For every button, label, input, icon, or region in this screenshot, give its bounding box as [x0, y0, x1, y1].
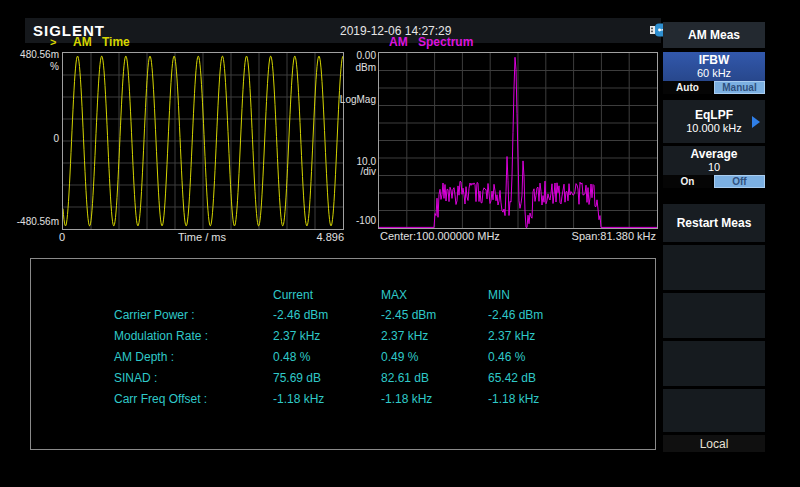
eqlpf-value: 10.000 kHz [686, 122, 742, 135]
ifbw-toggle-manual[interactable]: Manual [714, 81, 765, 94]
eqlpf-button[interactable]: EqLPF 10.000 kHz [663, 100, 765, 143]
menu-title-label: AM Meas [688, 28, 740, 42]
row-label: AM Depth : [114, 350, 174, 364]
ifbw-label: IFBW [699, 53, 730, 67]
spectrum-ref-level-label: 0.00 [336, 50, 376, 61]
spectrum-center-freq-label: Center:100.000000 MHz [380, 230, 500, 242]
softkey-blank-3 [663, 341, 765, 386]
row-label: SINAD : [114, 371, 157, 385]
spectrum-ref-unit-label: dBm [336, 62, 376, 73]
ifbw-main: IFBW 60 kHz [663, 52, 765, 81]
measurement-results-table: Current MAX MIN Carrier Power : -2.46 dB… [30, 258, 656, 450]
average-button[interactable]: Average 10 On Off [663, 146, 765, 188]
average-toggle-on[interactable]: On [663, 175, 712, 188]
col-header-min: MIN [488, 288, 510, 302]
average-toggle: On Off [663, 175, 765, 188]
row-value: -1.18 kHz [381, 392, 432, 406]
spectrum-chart-canvas [379, 53, 657, 228]
row-value: 2.37 kHz [273, 329, 320, 343]
col-header-current: Current [273, 288, 313, 302]
eqlpf-main: EqLPF 10.000 kHz [663, 100, 765, 143]
average-main: Average 10 [663, 146, 765, 175]
average-value: 10 [708, 161, 720, 174]
ifbw-toggle-auto[interactable]: Auto [663, 81, 712, 94]
average-label: Average [691, 147, 738, 161]
restart-meas-label: Restart Meas [677, 216, 752, 230]
submenu-arrow-icon [752, 116, 760, 128]
softkey-blank-1 [663, 245, 765, 290]
row-value: 2.37 kHz [488, 329, 535, 343]
row-value: -2.45 dBm [381, 308, 436, 322]
time-x-end-label: 4.896 [304, 231, 344, 243]
local-label: Local [700, 437, 729, 451]
time-y-unit-label: % [10, 61, 59, 72]
softkey-blank-2 [663, 293, 765, 338]
time-chart-plot [62, 52, 344, 230]
row-label: Carrier Power : [114, 308, 195, 322]
row-value: 82.61 dB [381, 371, 429, 385]
analyzer-screen: SIGLENT 2019-12-06 14:27:29 AM Meas IFBW… [0, 0, 800, 487]
row-label: Modulation Rate : [114, 329, 208, 343]
ifbw-toggle: Auto Manual [663, 81, 765, 94]
menu-title-am-meas: AM Meas [663, 22, 765, 48]
ifbw-button[interactable]: IFBW 60 kHz Auto Manual [663, 52, 765, 94]
spectrum-span-label: Span:81.380 kHz [506, 230, 656, 242]
row-value: 0.48 % [273, 350, 310, 364]
average-toggle-off[interactable]: Off [714, 175, 765, 188]
row-value: 0.49 % [381, 350, 418, 364]
spectrum-chart-title: AM Spectrum [389, 35, 473, 49]
restart-meas-button[interactable]: Restart Meas [663, 204, 765, 242]
spectrum-chart-plot [378, 52, 658, 229]
row-value: -2.46 dBm [488, 308, 543, 322]
time-chart-canvas [63, 53, 343, 229]
local-button[interactable]: Local [663, 435, 765, 452]
softkey-blank-4 [663, 389, 765, 432]
time-y-bottom-label: -480.56m [10, 216, 59, 227]
eqlpf-label: EqLPF [695, 108, 733, 122]
row-value: 65.42 dB [488, 371, 536, 385]
time-chart-title: AM Time [73, 35, 130, 49]
row-value: 2.37 kHz [381, 329, 428, 343]
time-x-start-label: 0 [59, 231, 65, 243]
row-value: -1.18 kHz [488, 392, 539, 406]
time-x-axis-label: Time / ms [152, 231, 252, 243]
row-label: Carr Freq Offset : [114, 392, 207, 406]
time-y-mid-label: 0 [10, 133, 59, 144]
row-value: -1.18 kHz [273, 392, 324, 406]
row-value: 0.46 % [488, 350, 525, 364]
ifbw-value: 60 kHz [697, 67, 731, 80]
active-trace-arrow-icon: > [50, 36, 56, 48]
time-y-top-label: 480.56m [10, 49, 59, 60]
col-header-max: MAX [381, 288, 407, 302]
row-value: 75.69 dB [273, 371, 321, 385]
spectrum-scale-label: LogMag [336, 94, 376, 105]
spectrum-per-div-unit-label: /div [336, 166, 376, 177]
row-value: -2.46 dBm [273, 308, 328, 322]
spectrum-y-bottom-label: -100 [336, 215, 376, 226]
